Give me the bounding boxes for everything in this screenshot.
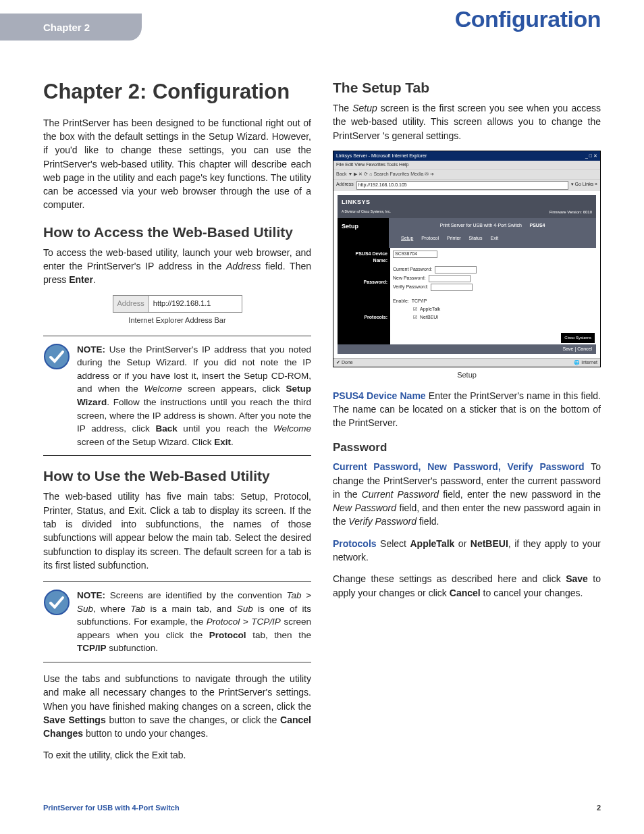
ss-brand-bar: LINKSYS A Division of Cisco Systems, Inc… — [338, 195, 596, 218]
footer-page-number: 2 — [597, 803, 601, 814]
section-access-heading: How to Access the Web-Based Utility — [43, 224, 311, 240]
ss-form: PSUS4 Device Name: Password: Protocols: … — [338, 248, 596, 344]
note-box-2: NOTE: Screens are identified by the conv… — [43, 581, 311, 662]
svg-point-0 — [45, 344, 69, 369]
setup-screenshot: Linksys Server - Microsoft Internet Expl… — [333, 151, 601, 367]
section-use-heading: How to Use the Web-Based Utility — [43, 468, 311, 484]
chapter-label: Chapter 2 — [43, 20, 90, 35]
address-bar-figure: Address http://192.168.1.1 — [113, 295, 242, 313]
page-header: Chapter 2 Configuration — [0, 0, 644, 39]
note-1-text: NOTE: Use the PrintServer's IP address t… — [77, 343, 311, 449]
ss-statusbar: ✔ Done 🌐 Internet — [333, 358, 600, 367]
setup-paragraph: The Setup screen is the first screen you… — [333, 101, 601, 142]
ss-buttons: Save | Cancel — [338, 344, 596, 354]
use-paragraph-3: To exit the utility, click the Exit tab. — [43, 748, 311, 762]
password-paragraph: Current Password, New Password, Verify P… — [333, 460, 601, 528]
ss-toolbar: Back ▼ ▶ ✕ ⟳ ⌂ Search Favorites Media ✉ … — [333, 169, 600, 179]
access-paragraph: To access the web-based utility, launch … — [43, 246, 311, 287]
screenshot-caption: Setup — [333, 370, 601, 381]
checkmark-icon — [43, 343, 70, 449]
ss-titlebar: Linksys Server - Microsoft Internet Expl… — [333, 151, 600, 161]
device-name-paragraph: PSUS4 Device Name Enter the PrintServer'… — [333, 389, 601, 430]
note-2-text: NOTE: Screens are identified by the conv… — [77, 589, 311, 655]
save-paragraph: Change these settings as described here … — [333, 572, 601, 600]
checkmark-icon — [43, 589, 70, 655]
address-bar-value: http://192.168.1.1 — [149, 296, 242, 312]
page-footer: PrintServer for USB with 4-Port Switch 2 — [43, 803, 601, 814]
ss-tab-row: Setup Print Server for USB with 4-Port S… — [338, 218, 596, 248]
ss-menubar: File Edit View Favorites Tools Help — [333, 161, 600, 169]
note-box-1: NOTE: Use the PrintServer's IP address t… — [43, 336, 311, 457]
use-paragraph-2: Use the tabs and subfunctions to navigat… — [43, 672, 311, 740]
chapter-heading: Chapter 2: Configuration — [43, 80, 311, 104]
footer-product: PrintServer for USB with 4-Port Switch — [43, 803, 180, 814]
right-column: The Setup Tab The Setup screen is the fi… — [333, 80, 601, 771]
protocols-paragraph: Protocols Select AppleTalk or NetBEUI, i… — [333, 537, 601, 565]
section-setup-heading: The Setup Tab — [333, 80, 601, 96]
intro-paragraph: The PrintServer has been designed to be … — [43, 116, 311, 212]
use-paragraph-1: The web-based utility has five main tabs… — [43, 490, 311, 572]
ss-address-bar: Address http://192.168.10.0.105 ▾ Go Lin… — [333, 179, 600, 190]
left-column: Chapter 2: Configuration The PrintServer… — [43, 80, 311, 771]
address-bar-caption: Internet Explorer Address Bar — [43, 315, 311, 326]
password-heading: Password — [333, 440, 601, 457]
header-title: Configuration — [455, 3, 601, 36]
address-bar-label: Address — [113, 296, 149, 312]
cisco-logo: Cisco Systems — [561, 333, 595, 343]
svg-point-1 — [45, 590, 69, 615]
